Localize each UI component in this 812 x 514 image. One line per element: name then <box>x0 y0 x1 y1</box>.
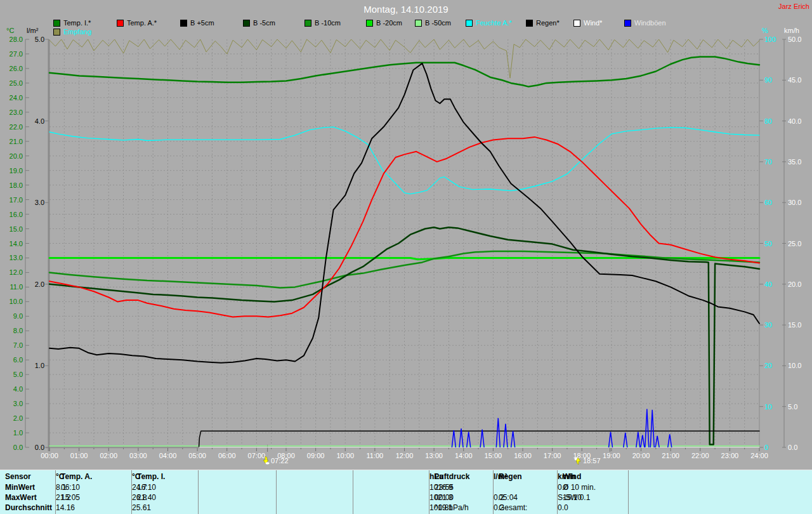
table-cell-value: 0.2 <box>494 493 553 503</box>
sunset-marker: 18:57 <box>574 456 601 465</box>
hour-label: 23:00 <box>721 452 739 459</box>
temp-tick-label: 26.0 <box>10 65 23 72</box>
hour-label: 10:00 <box>336 452 354 459</box>
table-row-label: MinWert <box>5 483 55 492</box>
kmh-tick-label: 0.0 <box>788 444 797 451</box>
stats-table: SensorMinWertMaxWertDurchschnittTemp. A.… <box>0 470 812 514</box>
hour-label: 13:00 <box>425 452 443 459</box>
percent-tick-label: 10 <box>764 403 772 411</box>
temp-tick-label: 5.0 <box>13 371 23 378</box>
temp-tick-label: 28.0 <box>10 36 23 43</box>
percent-tick-label: 20 <box>764 362 772 369</box>
table-col-unit: °C <box>132 472 193 482</box>
table-cell-value: 0.2 <box>494 503 553 513</box>
kmh-tick-label: 30.0 <box>788 199 801 206</box>
sunrise-marker: 07:22 <box>262 456 289 465</box>
table-col-regen: Regenl/m²05:040.2Gesamt:0.2 <box>493 470 557 514</box>
percent-tick-label: 40 <box>764 280 772 288</box>
table-cell-value: 21.2 <box>56 493 127 503</box>
table-cell-value: 0.0 <box>558 503 624 513</box>
hour-label: 19:00 <box>603 452 620 459</box>
temp-tick-label: 12.0 <box>10 268 23 276</box>
table-col-wind: Windkm/hØ 10 min.0.015:10S-SW 0.10.0 <box>557 470 628 514</box>
percent-tick-label: 90 <box>764 76 772 84</box>
temp-tick-label: 2.0 <box>13 414 23 422</box>
percent-tick-label: 30 <box>764 321 772 329</box>
table-cell-value: 1021.3 <box>429 493 488 503</box>
table-col-empty-2 <box>198 470 276 514</box>
temp-tick-label: 3.0 <box>13 400 23 407</box>
table-col-empty-4 <box>353 470 429 514</box>
temp-tick-label: 19.0 <box>10 167 23 175</box>
table-cell-value: 1016.9 <box>429 483 488 492</box>
rain-tick-label: 5.0 <box>35 36 44 43</box>
temp-tick-label: 16.0 <box>10 211 23 218</box>
kmh-tick-label: 25.0 <box>788 240 801 247</box>
rain-tick-label: 1.0 <box>35 362 44 369</box>
percent-tick-label: 100 <box>764 36 776 43</box>
hour-label: 21:00 <box>662 452 679 459</box>
temp-tick-label: 7.0 <box>13 341 23 349</box>
table-cell-value: 0.0 <box>558 483 624 492</box>
hour-label: 22:00 <box>691 452 709 459</box>
sunrise-icon <box>262 456 270 465</box>
temp-tick-label: 25.0 <box>10 79 23 87</box>
temp-tick-label: 14.0 <box>10 240 23 247</box>
table-cell-value: 1019.1 <box>429 503 488 513</box>
sunset-time: 18:57 <box>583 457 601 465</box>
table-col-unit: km/h <box>558 472 624 482</box>
table-cell-value: 24.7 <box>132 483 193 492</box>
table-col-empty-8 <box>628 470 812 514</box>
temp-tick-label: 22.0 <box>10 123 23 131</box>
table-cell-value: 26.8 <box>132 493 193 503</box>
hour-label: 12:00 <box>396 452 414 459</box>
kmh-tick-label: 20.0 <box>788 280 801 288</box>
temp-tick-label: 21.0 <box>10 138 23 145</box>
table-cell-value: 8.1 <box>56 483 127 492</box>
temp-tick-label: 27.0 <box>10 50 23 58</box>
kmh-tick-label: 15.0 <box>788 321 801 329</box>
hour-label: 00:00 <box>41 452 58 459</box>
temp-tick-label: 18.0 <box>10 181 23 189</box>
kmh-tick-label: 5.0 <box>788 403 797 411</box>
temp-tick-label: 17.0 <box>10 196 23 204</box>
kmh-tick-label: 50.0 <box>788 36 801 43</box>
kmh-tick-label: 10.0 <box>788 362 801 369</box>
series-b_p5 <box>49 63 759 363</box>
temp-tick-label: 24.0 <box>10 94 23 102</box>
temp-tick-label: 15.0 <box>10 225 23 233</box>
percent-tick-label: 50 <box>764 240 772 247</box>
hour-label: 09:00 <box>307 452 325 459</box>
series-b_m5 <box>49 227 759 444</box>
table-col-unit: l/m² <box>494 472 553 482</box>
series-b_m10 <box>49 251 759 287</box>
kmh-tick-label: 40.0 <box>788 117 801 125</box>
hour-label: 05:00 <box>188 452 206 459</box>
hour-label: 24:00 <box>750 452 768 459</box>
table-col-temp-a-: Temp. A.°C06:108.115:0521.214.16 <box>55 470 131 514</box>
hour-label: 04:00 <box>159 452 177 459</box>
table-row-labels: SensorMinWertMaxWertDurchschnitt <box>0 470 55 514</box>
percent-tick-label: 80 <box>764 117 772 125</box>
rain-tick-label: 0.0 <box>35 444 44 451</box>
table-cell-value: 14.16 <box>56 503 127 513</box>
weather-station-window: Montag, 14.10.2019 Jarz Erich °C l/m² % … <box>0 0 812 514</box>
hour-label: 14:00 <box>455 452 473 459</box>
kmh-tick-label: 45.0 <box>788 76 801 84</box>
hour-label: 01:00 <box>70 452 88 459</box>
hour-label: 17:00 <box>544 452 561 459</box>
series-windboen <box>452 409 671 447</box>
temp-tick-label: 23.0 <box>10 109 23 116</box>
table-col-unit: hPa <box>429 472 488 482</box>
table-row-label: Durchschnitt <box>5 503 55 513</box>
chart-plot-area: 0.01.02.03.04.05.06.07.08.09.010.011.012… <box>0 0 812 470</box>
hour-label: 20:00 <box>632 452 650 459</box>
temp-tick-label: 0.0 <box>13 444 23 451</box>
hour-label: 11:00 <box>367 452 384 459</box>
temp-tick-label: 6.0 <box>13 356 23 364</box>
percent-tick-label: 0 <box>764 444 768 451</box>
table-col-temp-i-: Temp. I.°C16:1024.721:4026.825.61 <box>131 470 198 514</box>
percent-tick-label: 60 <box>764 199 772 206</box>
table-col-empty-3 <box>276 470 353 514</box>
rain-tick-label: 3.0 <box>35 199 44 206</box>
